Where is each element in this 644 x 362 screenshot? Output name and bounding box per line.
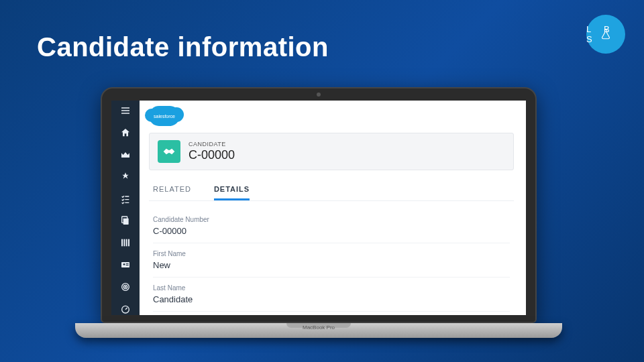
salesforce-logo-text: salesforce — [154, 114, 175, 119]
svg-rect-0 — [123, 219, 129, 225]
laptop-camera — [317, 93, 321, 97]
library-icon[interactable] — [119, 237, 132, 249]
record-header: CANDIDATE C-00000 — [149, 133, 514, 170]
tabs: RELATED DETAILS — [149, 185, 514, 201]
slide-title: Candidate information — [37, 32, 329, 62]
labs-badge: L B S — [586, 15, 625, 54]
menu-icon[interactable] — [119, 105, 132, 117]
svg-rect-2 — [121, 239, 123, 247]
field-row: Candidate Number C-00000 — [153, 209, 510, 243]
laptop-bezel: salesforce CANDIDATE C-00000 RELATED — [101, 87, 537, 323]
crown-icon[interactable] — [119, 149, 132, 162]
svg-rect-9 — [126, 265, 129, 265]
svg-rect-5 — [128, 239, 129, 247]
laptop-mock: salesforce CANDIDATE C-00000 RELATED — [101, 87, 537, 338]
tab-details[interactable]: DETAILS — [214, 185, 250, 200]
svg-rect-8 — [126, 263, 129, 264]
id-card-icon[interactable] — [119, 259, 132, 272]
handshake-icon — [158, 140, 180, 163]
details-fields: Candidate Number C-00000 First Name New … — [149, 201, 514, 315]
app-screen: salesforce CANDIDATE C-00000 RELATED — [111, 101, 526, 315]
field-label: First Name — [153, 250, 510, 257]
slide-stage: Candidate information L B S — [0, 0, 644, 362]
field-value: C-00000 — [153, 226, 510, 236]
star-person-icon[interactable] — [119, 170, 132, 183]
field-row: Last Name Candidate — [153, 278, 510, 312]
tab-related[interactable]: RELATED — [153, 185, 191, 200]
main-panel: salesforce CANDIDATE C-00000 RELATED — [140, 101, 526, 315]
field-label: Candidate Number — [153, 216, 510, 223]
laptop-base: MacBook Pro — [75, 323, 562, 338]
copy-icon[interactable] — [119, 215, 132, 227]
field-value: Candidate — [153, 294, 510, 304]
home-icon[interactable] — [119, 127, 132, 139]
checklist-icon[interactable] — [119, 192, 132, 205]
sidebar — [111, 101, 140, 315]
svg-rect-3 — [123, 239, 125, 247]
target-icon[interactable] — [119, 280, 132, 293]
labs-label: L B S — [586, 24, 625, 44]
record-name: C-00000 — [189, 148, 235, 162]
svg-point-12 — [125, 286, 125, 287]
record-eyebrow: CANDIDATE — [189, 141, 235, 147]
record-meta: CANDIDATE C-00000 — [189, 141, 235, 162]
field-value: New — [153, 260, 510, 270]
svg-rect-4 — [126, 239, 127, 247]
salesforce-logo[interactable]: salesforce — [149, 106, 180, 126]
dashboard-icon[interactable] — [119, 302, 132, 315]
field-label: Last Name — [153, 284, 510, 292]
field-row: SSN — [153, 312, 510, 315]
svg-point-13 — [122, 306, 129, 313]
field-row: First Name New — [153, 243, 510, 278]
laptop-label: MacBook Pro — [75, 324, 562, 330]
svg-point-7 — [123, 263, 125, 265]
